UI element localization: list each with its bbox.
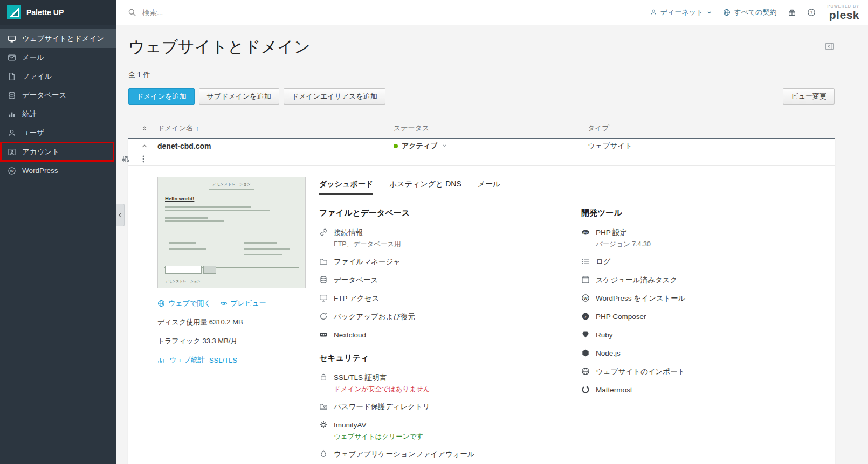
status-dropdown[interactable]: アクティブ <box>394 141 588 151</box>
whats-new-button[interactable] <box>788 8 796 17</box>
collapse-row-button[interactable] <box>128 142 157 150</box>
open-in-web-link[interactable]: ウェブで開く <box>157 299 211 308</box>
help-button[interactable] <box>807 8 816 17</box>
ruby-gem-icon <box>581 330 590 339</box>
item-php-composer[interactable]: PHP Composer <box>581 311 827 322</box>
sidebar-item-databases[interactable]: データベース <box>0 86 116 105</box>
sidebar-item-statistics[interactable]: 統計 <box>0 105 116 123</box>
item-databases[interactable]: データベース <box>319 275 565 285</box>
sidebar-item-label: データベース <box>22 91 66 100</box>
item-label: 接続情報 <box>334 228 363 237</box>
user-name: ディーネット <box>660 8 704 17</box>
total-count: 全 1 件 <box>128 70 835 80</box>
eye-icon <box>220 300 228 307</box>
php-icon <box>581 228 590 237</box>
item-scheduled-tasks[interactable]: スケジュール済みタスク <box>581 275 827 285</box>
thumb-post-title: Hello world! <box>165 196 194 202</box>
item-label: FTP アクセス <box>334 293 379 303</box>
user-menu[interactable]: ディーネット <box>650 8 713 17</box>
sidebar-collapse-handle[interactable] <box>116 204 125 226</box>
item-backup-restore[interactable]: バックアップおよび復元 <box>319 311 565 322</box>
status-active-dot <box>394 144 398 148</box>
item-label: PHP 設定 <box>596 228 627 237</box>
add-domain-alias-button[interactable]: ドメインエイリアスを追加 <box>284 88 385 105</box>
collapse-all-button[interactable] <box>128 124 157 132</box>
subscriptions-label: すべての契約 <box>734 8 776 17</box>
restore-arrow-icon <box>319 312 328 321</box>
settings-sliders-icon[interactable] <box>121 155 130 163</box>
item-install-wordpress[interactable]: WordPress をインストール <box>581 293 827 303</box>
plesk-branding: POWERED BY plesk <box>828 4 859 20</box>
item-website-import[interactable]: ウェブサイトのインポート <box>581 366 827 377</box>
main-area: ディーネット すべての契約 POWERED BY plesk <box>116 0 868 464</box>
site-preview-thumbnail[interactable]: デモンストレーション Hello world! <box>157 177 306 288</box>
item-logs[interactable]: ログ <box>581 257 827 267</box>
content: ウェブサイトとドメイン 全 1 件 ドメインを追加 サブドメインを追加 ドメイン… <box>116 25 868 464</box>
item-label: Node.js <box>596 348 621 358</box>
tab-hosting-dns[interactable]: ホスティングと DNS <box>389 177 461 195</box>
section-title-files-db: ファイルとデータベース <box>319 208 565 218</box>
gift-icon <box>788 8 796 17</box>
globe-icon <box>157 300 165 307</box>
preview-link[interactable]: プレビュー <box>220 299 266 308</box>
sidebar-item-label: ウェブサイトとドメイン <box>22 34 104 44</box>
domain-type: ウェブサイト <box>588 141 835 151</box>
sidebar-item-label: アカウント <box>22 147 59 157</box>
web-statistics-link[interactable]: ウェブ統計 <box>169 355 205 365</box>
section-title-security: セキュリティ <box>319 353 565 363</box>
add-domain-button[interactable]: ドメインを追加 <box>128 88 195 105</box>
database-icon <box>8 91 16 100</box>
add-subdomain-button[interactable]: サブドメインを追加 <box>199 88 279 105</box>
item-file-manager[interactable]: ファイルマネージャ <box>319 257 565 267</box>
item-imunifyav[interactable]: ImunifyAV ウェブサイトはクリーンです <box>319 420 565 441</box>
domain-card: denet-cbd.com アクティブ ウェブサイト <box>128 139 835 464</box>
disk-usage: ディスク使用量 6310.2 MB <box>157 317 306 327</box>
global-search <box>128 8 644 17</box>
tab-dashboard[interactable]: ダッシュボード <box>319 177 373 195</box>
globe-icon <box>723 9 731 16</box>
topbar: ディーネット すべての契約 POWERED BY plesk <box>116 0 868 25</box>
calendar-icon <box>581 275 590 284</box>
sidebar-item-account[interactable]: アカウント <box>0 142 116 161</box>
item-ruby[interactable]: Ruby <box>581 330 827 340</box>
brand-home-link[interactable]: Palette UP <box>0 0 116 25</box>
tab-mail[interactable]: メール <box>478 177 501 195</box>
item-nextcloud[interactable]: Nextcloud <box>319 330 565 340</box>
item-web-application-firewall[interactable]: ウェブアプリケーションファイアウォール <box>319 449 565 459</box>
item-nodejs[interactable]: Node.js <box>581 348 827 358</box>
sidebar-item-files[interactable]: ファイル <box>0 67 116 86</box>
item-label: ウェブアプリケーションファイアウォール <box>334 449 475 459</box>
sidebar-item-websites-domains[interactable]: ウェブサイトとドメイン <box>0 29 116 48</box>
domain-expanded-panel: デモンストレーション Hello world! <box>128 166 835 464</box>
app-root: Palette UP ウェブサイトとドメイン メール ファイル データベース 統… <box>0 0 868 464</box>
item-connection-info[interactable]: 接続情報 FTP、データベース用 <box>319 227 565 248</box>
column-header-domain[interactable]: ドメイン名 ↑ <box>157 123 394 133</box>
kebab-menu-icon[interactable] <box>139 155 148 163</box>
change-view-button[interactable]: ビュー変更 <box>783 88 835 105</box>
traffic-usage: トラフィック 33.3 MB/月 <box>157 336 306 346</box>
item-password-protected-dirs[interactable]: パスワード保護ディレクトリ <box>319 401 565 412</box>
domain-row-actions <box>128 155 157 163</box>
brand-logo-icon <box>7 5 21 19</box>
mail-icon <box>8 53 16 62</box>
item-mattermost[interactable]: Mattermost <box>581 385 827 395</box>
wordpress-icon <box>581 294 590 302</box>
thumb-search-button <box>203 266 216 274</box>
sidebar-item-users[interactable]: ユーザ <box>0 123 116 142</box>
item-ssl-certificates[interactable]: SSL/TLS 証明書 ドメインが安全ではありません <box>319 372 565 393</box>
domain-name[interactable]: denet-cbd.com <box>157 142 394 150</box>
collapse-panel-button[interactable] <box>825 41 835 51</box>
item-php-settings[interactable]: PHP 設定 バージョン 7.4.30 <box>581 227 827 248</box>
subscriptions-menu[interactable]: すべての契約 <box>723 8 776 17</box>
folder-icon <box>319 257 328 266</box>
item-ftp-access[interactable]: FTP アクセス <box>319 293 565 303</box>
sidebar-item-wordpress[interactable]: WordPress <box>0 161 116 180</box>
domain-row: denet-cbd.com アクティブ ウェブサイト <box>128 139 835 166</box>
ssl-tls-link[interactable]: SSL/TLS <box>209 356 237 364</box>
globe-import-icon <box>581 367 590 376</box>
monitor-icon <box>319 294 328 302</box>
sidebar-item-mail[interactable]: メール <box>0 48 116 67</box>
item-label: バックアップおよび復元 <box>334 311 415 322</box>
search-input[interactable] <box>141 8 316 17</box>
item-ok-text: ウェブサイトはクリーンです <box>334 432 423 441</box>
